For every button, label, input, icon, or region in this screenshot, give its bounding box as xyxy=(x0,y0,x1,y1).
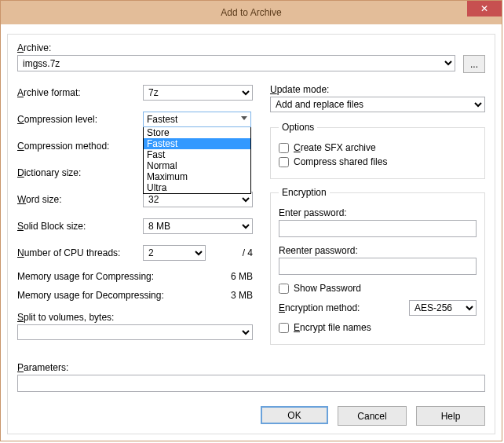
update-select[interactable]: Add and replace files xyxy=(270,97,485,112)
enter-pw-label: Enter password: xyxy=(279,207,477,218)
options-legend: Options xyxy=(279,122,317,133)
format-select[interactable]: 7z xyxy=(143,85,253,101)
level-option-normal[interactable]: Normal xyxy=(144,160,250,171)
level-option-maximum[interactable]: Maximum xyxy=(144,171,250,182)
show-pw-row[interactable]: Show Password xyxy=(279,283,477,294)
browse-label: ... xyxy=(470,59,478,70)
threads-select[interactable]: 2 xyxy=(143,245,206,261)
sfx-label: Create SFX archive xyxy=(294,142,376,153)
encrypt-names-row[interactable]: Encrypt file names xyxy=(279,322,477,333)
word-label: Word size: xyxy=(17,194,143,205)
solid-select[interactable]: 8 MB xyxy=(143,218,253,234)
shared-label: Compress shared files xyxy=(294,156,387,167)
level-select[interactable]: Fastest Store Fastest Fast Normal Maximu… xyxy=(143,112,251,194)
help-label: Help xyxy=(441,411,461,422)
threads-max: / 4 xyxy=(243,247,253,258)
password-confirm-input[interactable] xyxy=(279,258,477,275)
ok-button[interactable]: OK xyxy=(261,406,328,424)
titlebar: Add to Archive ✕ xyxy=(1,1,502,24)
method-label: Compression method: xyxy=(17,141,143,152)
format-label: Archive format: xyxy=(17,87,143,98)
close-icon: ✕ xyxy=(480,4,488,13)
mem-comp-label: Memory usage for Compressing: xyxy=(17,271,154,282)
show-pw-label: Show Password xyxy=(294,283,361,294)
level-option-store[interactable]: Store xyxy=(144,127,250,138)
left-column: Archive format: 7z Compression level: Fa… xyxy=(17,84,253,353)
params-input[interactable] xyxy=(17,375,485,392)
archive-label: Archive: xyxy=(17,42,485,53)
options-group: Options Create SFX archive Compress shar… xyxy=(270,122,485,179)
ok-label: OK xyxy=(287,410,301,421)
split-label: Split to volumes, bytes: xyxy=(17,312,253,323)
encrypt-names-checkbox[interactable] xyxy=(279,323,289,333)
encrypt-names-label: Encrypt file names xyxy=(294,322,371,333)
cancel-button[interactable]: Cancel xyxy=(338,406,407,426)
params-label: Parameters: xyxy=(17,362,485,373)
split-select[interactable] xyxy=(17,324,253,340)
encryption-legend: Encryption xyxy=(279,187,330,198)
level-select-list[interactable]: Store Fastest Fast Normal Maximum Ultra xyxy=(143,127,251,194)
right-column: Update mode: Add and replace files Optio… xyxy=(270,84,485,353)
sfx-checkbox[interactable] xyxy=(279,143,289,153)
show-pw-checkbox[interactable] xyxy=(279,284,289,294)
word-select[interactable]: 32 xyxy=(143,192,253,207)
threads-label: Number of CPU threads: xyxy=(17,247,143,258)
level-option-ultra[interactable]: Ultra xyxy=(144,182,250,193)
encryption-group: Encryption Enter password: Reenter passw… xyxy=(270,187,485,345)
password-input[interactable] xyxy=(279,220,477,237)
level-select-value[interactable]: Fastest xyxy=(143,112,251,127)
cancel-label: Cancel xyxy=(357,411,386,422)
dialog-body: Archive: imgss.7z ... Archive format: 7z xyxy=(7,34,495,434)
archive-path-input[interactable]: imgss.7z xyxy=(17,55,455,71)
shared-checkbox[interactable] xyxy=(279,157,289,167)
browse-button[interactable]: ... xyxy=(463,55,485,73)
update-label: Update mode: xyxy=(270,84,485,95)
help-button[interactable]: Help xyxy=(416,406,485,426)
dict-label: Dictionary size: xyxy=(17,167,143,178)
window-title: Add to Archive xyxy=(221,7,281,18)
level-option-fast[interactable]: Fast xyxy=(144,149,250,160)
button-row: OK Cancel Help xyxy=(261,406,485,426)
enc-method-label: Encryption method: xyxy=(279,302,360,313)
close-button[interactable]: ✕ xyxy=(467,1,502,16)
shared-checkbox-row[interactable]: Compress shared files xyxy=(279,156,477,167)
level-label: Compression level: xyxy=(17,114,143,125)
solid-label: Solid Block size: xyxy=(17,221,143,232)
dialog-window: Add to Archive ✕ Archive: imgss.7z ... A… xyxy=(0,0,502,441)
mem-decomp-label: Memory usage for Decompressing: xyxy=(17,290,164,301)
sfx-checkbox-row[interactable]: Create SFX archive xyxy=(279,142,477,153)
mem-comp-value: 6 MB xyxy=(231,271,253,282)
enc-method-select[interactable]: AES-256 xyxy=(409,300,477,316)
reenter-pw-label: Reenter password: xyxy=(279,245,477,256)
mem-decomp-value: 3 MB xyxy=(231,290,253,301)
level-option-fastest[interactable]: Fastest xyxy=(144,138,250,149)
